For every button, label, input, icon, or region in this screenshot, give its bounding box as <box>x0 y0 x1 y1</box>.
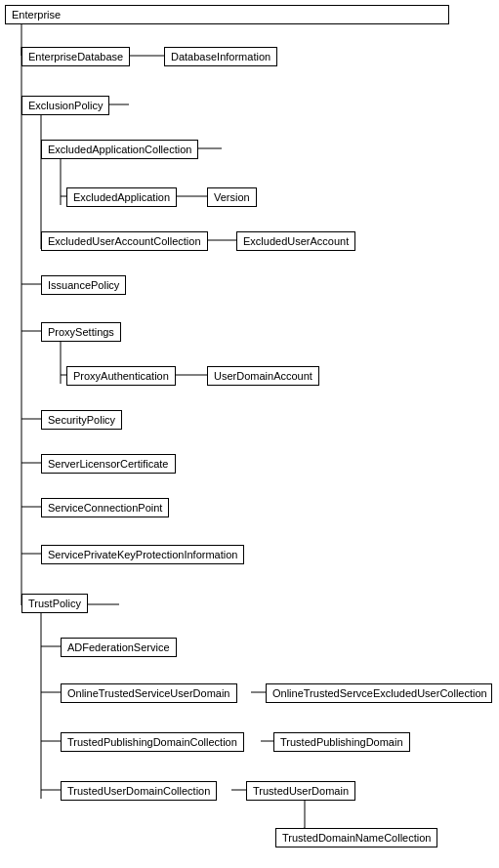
node-trusted-user-domain-collection: TrustedUserDomainCollection <box>61 781 217 801</box>
node-trusted-publishing-domain: TrustedPublishingDomain <box>273 732 410 752</box>
node-enterprise: Enterprise <box>5 5 449 24</box>
node-exclusion-policy: ExclusionPolicy <box>21 96 109 115</box>
node-excluded-user-account-collection: ExcludedUserAccountCollection <box>41 231 208 251</box>
node-online-trusted-service-excluded-user-collection: OnlineTrustedServceExcludedUserCollectio… <box>266 683 492 703</box>
node-issuance-policy: IssuancePolicy <box>41 275 126 295</box>
node-version: Version <box>207 187 257 207</box>
node-proxy-settings: ProxySettings <box>41 322 121 342</box>
node-user-domain-account: UserDomainAccount <box>207 366 319 386</box>
node-service-connection-point: ServiceConnectionPoint <box>41 498 169 517</box>
node-excluded-application: ExcludedApplication <box>66 187 177 207</box>
node-service-private-key-protection-information: ServicePrivateKeyProtectionInformation <box>41 545 244 564</box>
diagram-container: Enterprise EnterpriseDatabase DatabaseIn… <box>0 0 499 16</box>
node-ad-federation-service: ADFederationService <box>61 638 177 657</box>
node-trusted-domain-name-collection: TrustedDomainNameCollection <box>275 828 437 847</box>
node-server-licensor-certificate: ServerLicensorCertificate <box>41 454 176 474</box>
node-trusted-user-domain: TrustedUserDomain <box>246 781 355 801</box>
node-proxy-authentication: ProxyAuthentication <box>66 366 176 386</box>
node-online-trusted-service-user-domain: OnlineTrustedServiceUserDomain <box>61 683 237 703</box>
node-excluded-user-account: ExcludedUserAccount <box>236 231 355 251</box>
node-security-policy: SecurityPolicy <box>41 410 122 430</box>
node-trust-policy: TrustPolicy <box>21 594 88 613</box>
node-database-information: DatabaseInformation <box>164 47 277 66</box>
node-trusted-publishing-domain-collection: TrustedPublishingDomainCollection <box>61 732 244 752</box>
node-excluded-application-collection: ExcludedApplicationCollection <box>41 140 198 159</box>
node-enterprise-database: EnterpriseDatabase <box>21 47 130 66</box>
